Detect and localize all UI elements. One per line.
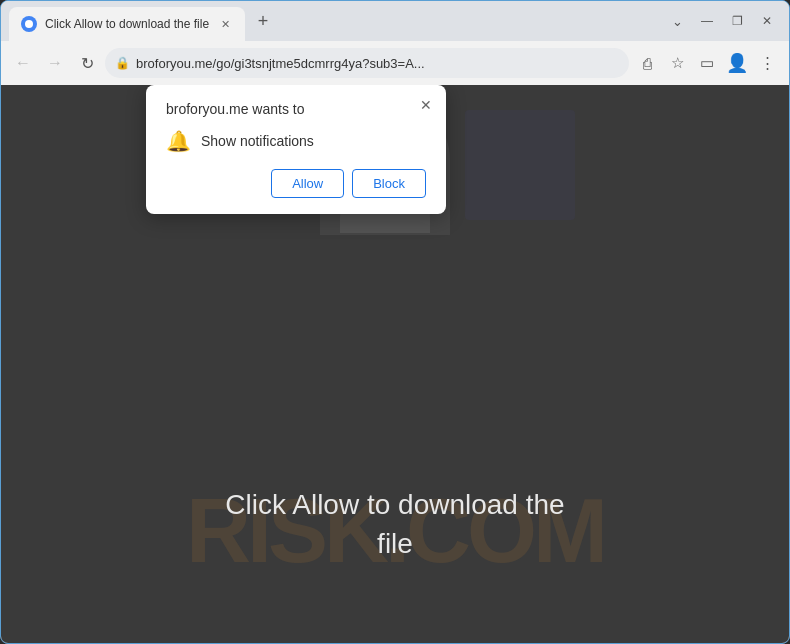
- extensions-icon: ▭: [700, 54, 714, 72]
- back-icon: ←: [15, 54, 31, 72]
- page-message: Click Allow to download the file: [225, 485, 564, 563]
- bell-icon: 🔔: [166, 129, 191, 153]
- bookmark-icon: ☆: [671, 54, 684, 72]
- share-button[interactable]: ⎙: [633, 49, 661, 77]
- popup-close-button[interactable]: ✕: [416, 95, 436, 115]
- block-button[interactable]: Block: [352, 169, 426, 198]
- refresh-icon: ↻: [81, 54, 94, 73]
- browser-window: Click Allow to download the file ✕ + ⌄ —…: [0, 0, 790, 644]
- active-tab[interactable]: Click Allow to download the file ✕: [9, 7, 245, 41]
- nav-right-icons: ⎙ ☆ ▭ 👤 ⋮: [633, 49, 781, 77]
- new-tab-button[interactable]: +: [249, 7, 277, 35]
- share-icon: ⎙: [643, 55, 652, 72]
- dark-box: [465, 110, 575, 220]
- chrome-arrow-icon[interactable]: ⌄: [663, 7, 691, 35]
- popup-title: broforyou.me wants to: [166, 101, 426, 117]
- lock-icon: 🔒: [115, 56, 130, 70]
- extensions-button[interactable]: ▭: [693, 49, 721, 77]
- page-message-line2: file: [225, 524, 564, 563]
- minimize-button[interactable]: —: [693, 7, 721, 35]
- permission-label: Show notifications: [201, 133, 314, 149]
- menu-icon: ⋮: [760, 54, 775, 72]
- tab-favicon-icon: [21, 16, 37, 32]
- tab-title: Click Allow to download the file: [45, 17, 209, 31]
- bookmark-button[interactable]: ☆: [663, 49, 691, 77]
- tab-close-button[interactable]: ✕: [217, 16, 233, 32]
- forward-icon: →: [47, 54, 63, 72]
- allow-button[interactable]: Allow: [271, 169, 344, 198]
- refresh-button[interactable]: ↻: [73, 49, 101, 77]
- page-content: RISK.COM Click Allow to download the fil…: [1, 85, 789, 643]
- profile-button[interactable]: 👤: [723, 49, 751, 77]
- menu-button[interactable]: ⋮: [753, 49, 781, 77]
- forward-button[interactable]: →: [41, 49, 69, 77]
- navigation-bar: ← → ↻ 🔒 broforyou.me/go/gi3tsnjtme5dcmrr…: [1, 41, 789, 85]
- permission-popup: ✕ broforyou.me wants to 🔔 Show notificat…: [146, 85, 446, 214]
- window-controls: ⌄ — ❐ ✕: [663, 7, 781, 35]
- maximize-button[interactable]: ❐: [723, 7, 751, 35]
- tabs-area: Click Allow to download the file ✕ +: [9, 1, 655, 41]
- title-bar: Click Allow to download the file ✕ + ⌄ —…: [1, 1, 789, 41]
- address-bar[interactable]: 🔒 broforyou.me/go/gi3tsnjtme5dcmrrg4ya?s…: [105, 48, 629, 78]
- close-icon: ✕: [420, 97, 432, 113]
- url-text: broforyou.me/go/gi3tsnjtme5dcmrrg4ya?sub…: [136, 56, 619, 71]
- back-button[interactable]: ←: [9, 49, 37, 77]
- close-button[interactable]: ✕: [753, 7, 781, 35]
- profile-icon: 👤: [726, 52, 748, 74]
- permission-row: 🔔 Show notifications: [166, 129, 426, 153]
- popup-actions: Allow Block: [166, 169, 426, 198]
- page-message-line1: Click Allow to download the: [225, 485, 564, 524]
